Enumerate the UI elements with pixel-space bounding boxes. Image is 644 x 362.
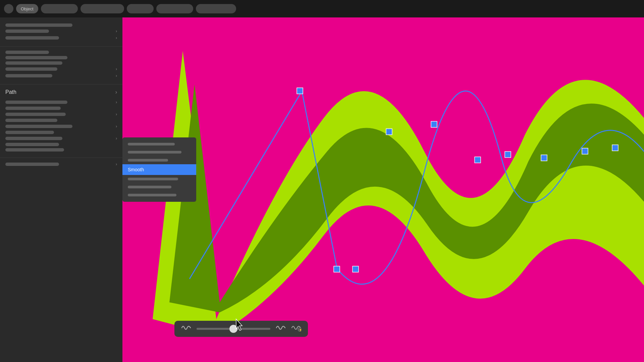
chevron-icon: › [116,29,117,34]
sidebar-row[interactable]: › [5,124,117,129]
path-chevron-icon: › [115,89,117,95]
path-section[interactable]: Path › [0,86,122,98]
sidebar-bar [5,125,72,128]
top-toolbar: Object [0,0,644,17]
control-point-5[interactable] [431,121,437,127]
control-point-2[interactable] [334,266,340,272]
sidebar-bar [5,113,66,116]
chevron-icon: › [116,136,117,141]
sidebar-bar [5,29,49,33]
toolbar-button-5[interactable] [156,4,193,13]
sidebar-bar [5,143,59,146]
sidebar-bar [5,36,59,40]
sidebar-row [5,143,117,146]
sidebar-row[interactable]: › [5,100,117,105]
sidebar-bar [5,163,59,166]
dropdown-bar-row [122,156,196,164]
sidebar-row [5,23,117,27]
control-point-3[interactable] [353,266,359,272]
dropdown-bar-row [122,175,196,183]
sidebar-row [5,119,117,122]
chevron-icon: › [116,162,117,167]
dropdown-bar-row [122,140,196,148]
sidebar-row [5,61,117,65]
node-wave-left-icon[interactable] [181,324,191,334]
toolbar-button-6[interactable] [196,4,236,13]
control-point-6[interactable] [475,157,481,163]
control-point-8[interactable] [541,155,547,161]
node-wave-right-icon[interactable] [276,324,286,334]
toolbar-button-3[interactable] [80,4,124,13]
sidebar-row[interactable]: › [5,73,117,78]
sidebar-bar [5,148,64,152]
chevron-icon: › [116,112,117,117]
sidebar-bar [5,107,61,110]
sidebar-bar [5,101,67,104]
sidebar-row[interactable]: › [5,29,117,34]
smoothing-slider[interactable] [197,328,270,330]
chevron-icon: › [116,67,117,71]
canvas-area[interactable] [122,17,644,362]
control-point-7[interactable] [505,152,511,158]
node-type-toolbar: ⚡ [174,321,308,337]
node-auto-icon[interactable]: ⚡ [291,324,301,334]
dropdown-bar-row [122,148,196,156]
control-point-1[interactable] [297,88,303,94]
sidebar-row[interactable]: › [5,112,117,117]
path-label: Path [5,89,16,95]
toolbar-button-4[interactable] [127,4,154,13]
sidebar-row[interactable]: › [5,162,117,167]
sidebar-row [5,131,117,134]
dropdown-bar-row [122,191,196,199]
chevron-icon: › [116,36,117,40]
chevron-icon: › [116,73,117,78]
toolbar-button-2[interactable] [41,4,78,13]
sidebar-bar [5,56,67,59]
chevron-icon: › [116,124,117,129]
control-point-9[interactable] [582,148,588,154]
toolbar-object-button[interactable]: Object [16,4,38,13]
svg-text:⚡: ⚡ [299,328,301,331]
sidebar-row [5,148,117,152]
wave-svg [122,17,644,362]
sidebar-bar [5,67,57,71]
sidebar-bar [5,61,62,65]
sidebar-row[interactable]: › [5,67,117,71]
slider-thumb[interactable] [229,325,237,333]
control-point-4[interactable] [386,129,392,135]
node-type-dropdown[interactable]: Smooth [122,137,196,202]
app-icon [4,4,13,13]
sidebar-row[interactable]: › [5,136,117,141]
sidebar-bar [5,131,54,134]
sidebar-row [5,56,117,59]
left-sidebar: › › › › Path › › [0,17,122,362]
sidebar-row [5,107,117,110]
chevron-icon: › [116,100,117,105]
sidebar-bar [5,74,52,77]
sidebar-bar [5,119,57,122]
sidebar-row[interactable]: › [5,36,117,40]
sidebar-bar [5,51,49,54]
dropdown-bar-row [122,183,196,191]
sidebar-bar [5,23,72,27]
sidebar-bar [5,137,62,140]
dropdown-item-smooth[interactable]: Smooth [122,164,196,175]
sidebar-row [5,51,117,54]
control-point-10[interactable] [612,145,618,151]
